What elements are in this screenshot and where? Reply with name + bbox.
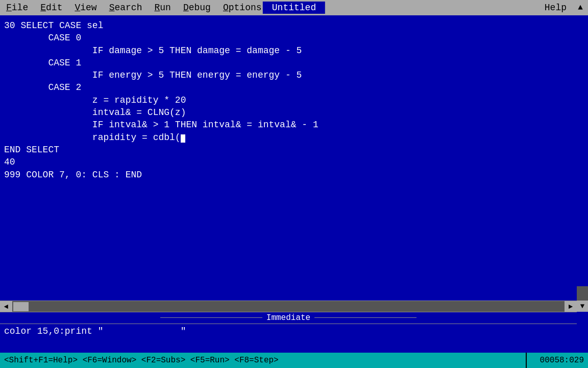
menu-bar: File Edit View Search Run Debug Options … <box>0 0 588 15</box>
immediate-title: Immediate <box>0 312 577 324</box>
menu-view[interactable]: View <box>68 2 103 14</box>
code-line-8: intval& = CLNG(z) <box>4 106 588 119</box>
status-bar: <Shift+F1=Help> <F6=Window> <F2=Subs> <F… <box>0 353 588 368</box>
hscroll-left-button[interactable]: ◄ <box>0 301 12 312</box>
code-line-3: IF damage > 5 THEN damage = damage - 5 <box>4 44 588 57</box>
vscroll-down-button[interactable]: ▼ <box>577 301 588 312</box>
menu-search[interactable]: Search <box>103 2 149 14</box>
code-line-9: IF intval& > 1 THEN intval& = intval& - … <box>4 119 588 131</box>
code-line-16: 999 COLOR 7, 0: CLS : END <box>4 169 588 181</box>
code-line-4: CASE 1 <box>4 57 588 69</box>
horizontal-scrollbar: ◄ ► <box>0 301 577 312</box>
code-line-14: 40 <box>4 156 588 168</box>
menu-edit[interactable]: Edit <box>34 2 68 14</box>
text-cursor <box>181 134 185 143</box>
menu-help[interactable]: Help <box>538 2 573 14</box>
immediate-content[interactable]: color 15,0:print " " <box>0 324 577 338</box>
code-line-5: IF energy > 5 THEN energy = energy - 5 <box>4 69 588 81</box>
menu-run[interactable]: Run <box>148 2 177 14</box>
window-title: Untitled <box>263 2 325 14</box>
hscroll-right-button[interactable]: ► <box>565 301 577 312</box>
code-editor[interactable]: 30 SELECT CASE sel CASE 0 IF damage > 5 … <box>0 15 588 286</box>
code-line-1: 30 SELECT CASE sel <box>4 19 588 32</box>
statusbar-position: 00058:029 <box>527 356 588 365</box>
menu-options[interactable]: Options <box>217 2 268 14</box>
vscroll-up-menu[interactable]: ▲ <box>573 0 588 15</box>
statusbar-shortcuts: <Shift+F1=Help> <F6=Window> <F2=Subs> <F… <box>0 356 526 365</box>
code-line-2: CASE 0 <box>4 32 588 44</box>
code-line-10: rapidity = cdbl( <box>4 131 588 144</box>
hscroll-thumb[interactable] <box>13 302 29 311</box>
code-line-6: CASE 2 <box>4 81 588 94</box>
menu-debug[interactable]: Debug <box>177 2 217 14</box>
immediate-panel: Immediate color 15,0:print " " <box>0 312 577 353</box>
menu-file[interactable]: File <box>0 2 34 14</box>
code-line-7: z = rapidity * 20 <box>4 94 588 106</box>
code-line-11: END SELECT <box>4 144 588 156</box>
